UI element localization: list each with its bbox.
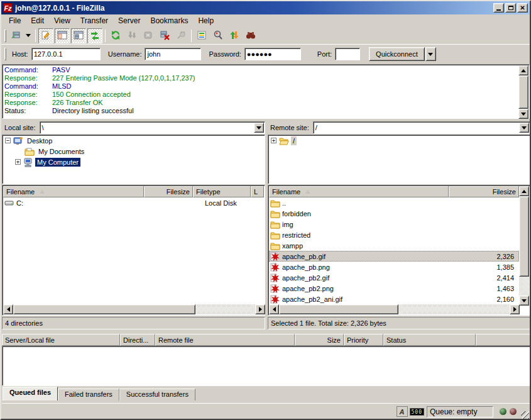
username-input[interactable] (145, 48, 201, 60)
column-header-status[interactable]: Status (383, 334, 476, 346)
scroll-left-button[interactable] (3, 304, 13, 314)
find-files-button[interactable] (243, 28, 258, 43)
toolbar-grip[interactable] (4, 30, 6, 42)
local-file-list[interactable]: Filename Filesize Filetype L C: Local Di… (2, 185, 265, 316)
process-queue-button[interactable] (124, 28, 140, 43)
expand-icon[interactable]: + (271, 138, 276, 143)
maximize-button[interactable] (505, 3, 516, 13)
menu-view[interactable]: View (49, 15, 75, 26)
remote-file-row[interactable]: apache_pb2.gif 2,414 (269, 272, 519, 283)
quickbar-grip[interactable] (4, 48, 6, 60)
remote-file-row-selected[interactable]: apache_pb.gif 2,326 (269, 251, 519, 262)
tree-item-my-computer[interactable]: + My Computer (3, 157, 265, 167)
tree-label-selected[interactable]: My Computer (35, 158, 80, 167)
local-site-combo[interactable]: \ (40, 121, 265, 134)
column-header-server-local-file[interactable]: Server/Local file (2, 334, 120, 346)
toggle-remote-tree-button[interactable] (71, 28, 86, 43)
tree-label[interactable]: Desktop (25, 136, 54, 145)
remote-vertical-scrollbar[interactable] (519, 186, 529, 306)
password-input[interactable] (244, 48, 301, 60)
expand-icon[interactable]: + (15, 159, 21, 165)
tab-failed-transfers[interactable]: Failed transfers (58, 389, 119, 401)
menu-file[interactable]: File (4, 15, 26, 26)
remote-file-row[interactable]: xampp (269, 240, 519, 251)
toggle-message-log-button[interactable] (38, 28, 53, 43)
column-header-filetype[interactable]: Filetype (193, 186, 251, 197)
tree-item-root[interactable]: + / (268, 135, 530, 146)
column-header-last-modified[interactable]: L (251, 186, 264, 197)
column-header-direction[interactable]: Directi... (120, 334, 155, 346)
remote-file-row[interactable]: forbidden (269, 208, 519, 219)
reconnect-button[interactable] (173, 28, 189, 43)
menu-transfer[interactable]: Transfer (75, 15, 113, 26)
scroll-down-button[interactable] (519, 296, 529, 306)
disconnect-button[interactable] (157, 28, 172, 43)
column-header-priority[interactable]: Priority (344, 334, 383, 346)
menu-help[interactable]: Help (193, 15, 219, 26)
menu-bookmarks[interactable]: Bookmarks (145, 15, 193, 26)
scrollbar-thumb[interactable] (518, 75, 528, 109)
remote-file-row[interactable]: apache_pb2_ani.gif 2,160 (269, 294, 519, 304)
directory-comparison-button[interactable] (211, 28, 226, 43)
remote-file-row[interactable]: restricted (269, 229, 519, 240)
scrollbar-thumb[interactable] (519, 196, 529, 277)
local-directory-tree[interactable]: − Desktop My Documents + My Computer (2, 135, 265, 184)
toggle-transfer-queue-button[interactable] (87, 28, 102, 43)
column-header-filesize[interactable]: Filesize (449, 186, 519, 197)
toggle-local-tree-button[interactable] (55, 28, 70, 43)
column-header-size[interactable]: Size (295, 334, 344, 346)
tree-label[interactable]: My Documents (36, 147, 86, 156)
message-log[interactable]: Command:PASV Response:227 Entering Passi… (2, 64, 530, 119)
close-button[interactable]: ✕ (517, 3, 528, 13)
remote-file-row[interactable]: apache_pb.png 1,385 (269, 262, 519, 272)
quickconnect-dropdown-button[interactable] (425, 47, 436, 61)
scrollbar-thumb[interactable] (279, 304, 398, 314)
menu-server[interactable]: Server (113, 15, 145, 26)
local-site-path[interactable]: \ (40, 124, 253, 131)
column-header-filename[interactable]: Filename (269, 186, 449, 197)
local-horizontal-scrollbar[interactable] (3, 304, 265, 314)
synchronized-browsing-button[interactable] (227, 28, 242, 43)
title-bar[interactable]: Fz john@127.0.0.1 - FileZilla ✕ (1, 1, 530, 14)
remote-file-row[interactable]: apache_pb2.png 1,463 (269, 283, 519, 294)
scroll-down-button[interactable] (518, 109, 528, 119)
site-manager-button[interactable] (9, 28, 24, 43)
remote-horizontal-scrollbar[interactable] (269, 304, 520, 314)
scroll-right-button[interactable] (510, 304, 520, 314)
resize-grip[interactable] (521, 411, 529, 419)
column-header-filename[interactable]: Filename (3, 186, 144, 197)
transfer-type-indicator[interactable]: A (397, 406, 408, 417)
scroll-left-button[interactable] (269, 304, 279, 314)
scrollbar-thumb[interactable] (13, 304, 195, 314)
remote-file-row[interactable]: img (269, 219, 519, 229)
collapse-icon[interactable]: − (5, 138, 11, 143)
scroll-up-button[interactable] (518, 65, 528, 75)
host-input[interactable] (31, 48, 101, 60)
remote-site-dropdown[interactable] (519, 123, 529, 133)
site-manager-dropdown[interactable] (26, 34, 31, 37)
remote-file-row[interactable]: .. (269, 197, 519, 208)
minimize-button[interactable] (493, 3, 504, 13)
port-input[interactable] (335, 48, 360, 60)
directory-listing-filters-button[interactable] (194, 28, 209, 43)
tab-successful-transfers[interactable]: Successful transfers (119, 389, 195, 401)
queue-list[interactable] (2, 346, 530, 386)
column-header-remote-file[interactable]: Remote file (155, 334, 295, 346)
refresh-button[interactable] (108, 28, 123, 43)
tree-item-desktop[interactable]: − Desktop (3, 135, 265, 146)
remote-site-path[interactable]: / (314, 124, 518, 131)
tree-label-selected[interactable]: / (291, 136, 297, 145)
remote-site-combo[interactable]: / (313, 121, 530, 134)
menu-edit[interactable]: Edit (26, 15, 49, 26)
local-site-dropdown[interactable] (254, 123, 264, 133)
quickconnect-button[interactable]: Quickconnect (369, 47, 425, 61)
local-file-row[interactable]: C: Local Disk (3, 197, 264, 208)
scroll-up-button[interactable] (519, 186, 529, 196)
cancel-operation-button[interactable] (141, 28, 156, 43)
column-header-filesize[interactable]: Filesize (144, 186, 193, 197)
speed-limit-indicator-icon[interactable]: 500 (410, 408, 424, 416)
tab-queued-files[interactable]: Queued files (3, 387, 58, 401)
remote-file-list[interactable]: Filename Filesize .. forbidden img restr (268, 185, 530, 316)
tree-item-my-documents[interactable]: My Documents (3, 146, 265, 157)
log-scrollbar[interactable] (518, 65, 528, 119)
